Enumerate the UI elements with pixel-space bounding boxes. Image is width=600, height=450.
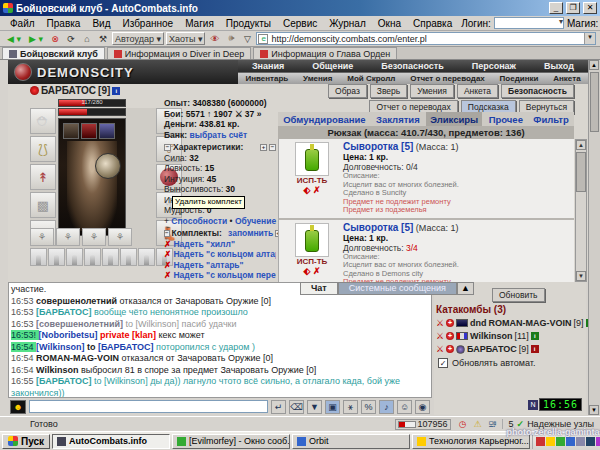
slot-extra[interactable]: ⚘: [82, 228, 106, 246]
page-scrollbar[interactable]: ▲ ▼: [588, 60, 600, 415]
percent-icon[interactable]: %: [361, 400, 376, 414]
filter-icon[interactable]: ▽: [240, 32, 254, 45]
menu-Правка[interactable]: Правка: [41, 17, 87, 30]
news-icon[interactable]: N: [528, 400, 538, 410]
slot-extra[interactable]: ⚘: [30, 228, 54, 246]
home-icon[interactable]: ⌂: [80, 32, 94, 45]
autoudar-button[interactable]: Автоудар ▾: [112, 32, 164, 45]
slot-helmet[interactable]: ⛑: [30, 108, 56, 134]
menu-Вид[interactable]: Вид: [86, 17, 116, 30]
slot-armor[interactable]: ▩: [30, 192, 56, 218]
address-dropdown-icon[interactable]: ▾: [584, 33, 595, 44]
nav-Инвентарь[interactable]: Инвентарь: [245, 74, 288, 83]
mini-slot-icon[interactable]: [99, 123, 115, 139]
inv-tab-Обмундирование[interactable]: Обмундирование: [279, 112, 369, 127]
inv-button-Образ[interactable]: Образ: [328, 84, 367, 98]
send-icon[interactable]: ↵: [271, 400, 286, 414]
nav-Выход[interactable]: Выход: [544, 61, 574, 71]
inv-tab-Фильтр[interactable]: Фильтр: [529, 112, 572, 127]
browser-tab[interactable]: Бойцовский клуб: [2, 47, 105, 59]
tab-system-messages[interactable]: Системные сообщения: [338, 282, 457, 295]
chat-scroll-up-icon[interactable]: ▲: [457, 282, 474, 295]
browser-tab[interactable]: Информация о Глава Орден: [253, 47, 397, 59]
warning-status-icon[interactable]: ⚠: [472, 419, 484, 430]
nav-Отчет о переводах[interactable]: Отчет о переводах: [410, 74, 485, 83]
player-info-icon[interactable]: i: [531, 345, 539, 353]
nav-Умения[interactable]: Умения: [303, 74, 332, 83]
nav-Персонаж[interactable]: Персонаж: [472, 61, 516, 71]
kits-section-header[interactable]: −Комплекты: запомнить+−: [164, 228, 276, 239]
menu-Журнал[interactable]: Журнал: [323, 17, 372, 30]
menu-Файл[interactable]: Файл: [4, 17, 41, 30]
stats-section-header[interactable]: −Характеристики:+−: [164, 142, 276, 153]
use-item-link[interactable]: ИСП-ТЬ: [281, 257, 343, 266]
minimize-button[interactable]: _: [549, 2, 563, 14]
character-info-icon[interactable]: i: [112, 87, 120, 95]
inv-button-Анкета[interactable]: Анкета: [457, 84, 498, 98]
item-name[interactable]: Сыворотка [5] (Масса: 1): [343, 223, 572, 233]
clock-status-icon[interactable]: ◷: [457, 419, 469, 430]
menu-Магия[interactable]: Магия: [179, 17, 220, 30]
network-status-icon[interactable]: 🖳: [487, 419, 499, 430]
login-combobox[interactable]: [494, 17, 564, 29]
item-action-icons[interactable]: ⬖ ✗: [281, 266, 343, 276]
tray-icon[interactable]: [596, 437, 600, 446]
tray-icon[interactable]: [576, 437, 585, 446]
start-button[interactable]: Пуск: [2, 434, 50, 449]
slot-extra[interactable]: ⚘: [108, 228, 132, 246]
attack-icon[interactable]: ⚔: [436, 344, 444, 354]
tab-chat[interactable]: Чат: [300, 282, 338, 295]
browser-tab[interactable]: Информация о Diver in Deep: [107, 47, 252, 59]
slot-extra[interactable]: ⚘: [56, 228, 80, 246]
close-button[interactable]: ✕: [583, 2, 597, 14]
inv-tab-Эликсиры[interactable]: Эликсиры: [426, 112, 482, 127]
inventory-scrollbar[interactable]: ▲▼: [575, 139, 587, 282]
stop-icon[interactable]: ⊗: [48, 32, 62, 45]
bank-link[interactable]: выбрать счёт: [189, 130, 247, 140]
refresh-icon[interactable]: ⟳: [64, 32, 78, 45]
khaoty-button[interactable]: Хаоты ▾: [166, 32, 205, 45]
item-action-icons[interactable]: ⬖ ✗: [281, 185, 343, 195]
tray-icon[interactable]: [566, 437, 575, 446]
attack-icon[interactable]: ⚔: [436, 331, 444, 341]
nav-Поединки[interactable]: Поединки: [500, 74, 539, 83]
inv-button-Зверь[interactable]: Зверь: [370, 84, 407, 98]
nav-Знания[interactable]: Знания: [252, 61, 284, 71]
inv-button-Умения[interactable]: Умения: [410, 84, 454, 98]
save-log-icon[interactable]: ▣: [325, 400, 340, 414]
sound-toggle-icon[interactable]: ♪: [379, 400, 394, 414]
nav-Анкета[interactable]: Анкета: [553, 74, 580, 83]
menu-Окна[interactable]: Окна: [372, 17, 407, 30]
smiley-menu-icon[interactable]: ☻: [10, 400, 26, 414]
taskbar-task[interactable]: AutoCombats.info: [52, 434, 170, 449]
potion-slots[interactable]: [30, 248, 173, 266]
tray-icon[interactable]: [586, 437, 595, 446]
inv-tab-Прочее[interactable]: Прочее: [485, 112, 527, 127]
menu-Сервис[interactable]: Сервис: [277, 17, 323, 30]
settings-chat-icon[interactable]: ◉: [415, 400, 430, 414]
inv-button-Безопасность[interactable]: Безопасность: [501, 84, 574, 98]
slot-weapon[interactable]: ↟: [30, 164, 56, 190]
auto-refresh-checkbox[interactable]: ✓: [438, 358, 448, 368]
player-name[interactable]: БАРБАТОС: [467, 344, 517, 354]
emote-icon[interactable]: ☺: [397, 400, 412, 414]
attack-icon[interactable]: ⚔: [436, 318, 444, 328]
forward-icon[interactable]: ▶ ▾: [26, 32, 46, 45]
chat-log[interactable]: участие.16:53 совершенолетний отказался …: [8, 282, 432, 398]
chat-input[interactable]: [29, 400, 268, 413]
mini-slot-icon[interactable]: [63, 123, 79, 139]
kits-remember-link[interactable]: запомнить: [228, 228, 273, 239]
sound-icon[interactable]: 🕪: [224, 32, 238, 45]
taskbar-task[interactable]: [Evilmorfey] - Окно сооб...: [172, 434, 290, 449]
ignore-icon[interactable]: ⚹: [343, 400, 358, 414]
address-bar[interactable]: http://demonscity.combats.com/enter.pl ▾: [256, 32, 596, 45]
player-name[interactable]: Wilkinson: [470, 331, 512, 341]
clear-icon[interactable]: ⌫: [289, 400, 304, 414]
tray-icon[interactable]: [536, 437, 545, 446]
refresh-button[interactable]: Обновить: [492, 288, 545, 302]
abilities-link[interactable]: Способности: [171, 216, 227, 226]
kit-link[interactable]: ✗ Надеть "с кольцом перемен": [164, 270, 276, 281]
taskbar-task[interactable]: Orbit: [292, 434, 410, 449]
kit-link[interactable]: ✗ Надеть "с кольцом алтаря": [164, 249, 276, 260]
menu-Избранное[interactable]: Избранное: [116, 17, 179, 30]
